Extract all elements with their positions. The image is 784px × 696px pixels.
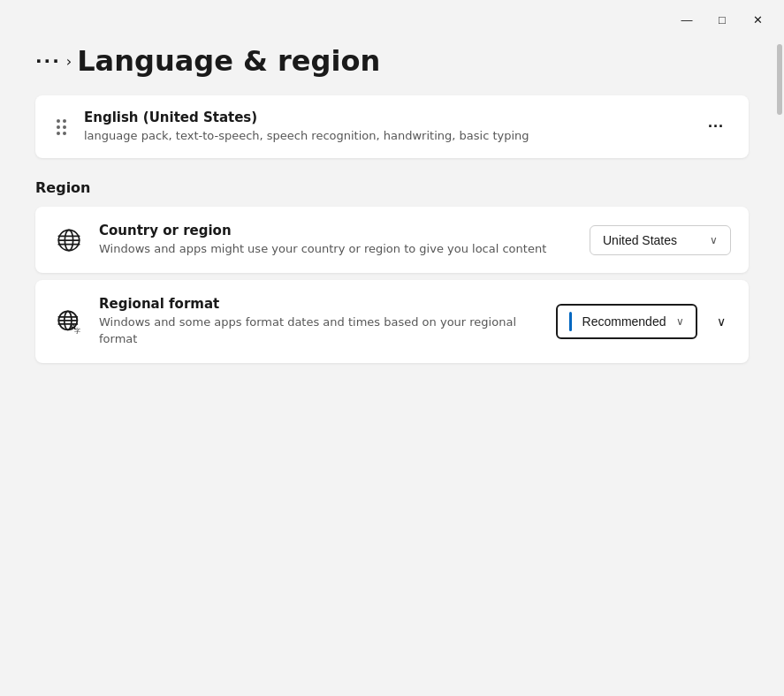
language-more-button[interactable]: ··· — [701, 112, 731, 141]
regional-format-description: Windows and some apps format dates and t… — [99, 314, 542, 346]
language-card: English (United States) language pack, t… — [35, 95, 749, 158]
maximize-button[interactable]: □ — [706, 7, 738, 32]
country-region-label: Country or region — [99, 223, 575, 238]
regional-format-expand-button[interactable]: ∨ — [712, 309, 731, 334]
page-title: Language & region — [77, 44, 380, 78]
country-region-info: Country or region Windows and apps might… — [99, 223, 575, 257]
content-area: ··· › Language & region English (United … — [0, 35, 784, 696]
regional-format-icon: A 字 — [53, 306, 85, 337]
breadcrumb-dots[interactable]: ··· — [35, 50, 61, 72]
chevron-down-icon: ∨ — [710, 234, 718, 246]
regional-format-info: Regional format Windows and some apps fo… — [99, 296, 542, 346]
country-region-description: Windows and apps might use your country … — [99, 241, 575, 257]
drag-handle[interactable] — [53, 116, 70, 139]
language-features: language pack, text-to-speech, speech re… — [84, 128, 687, 144]
country-region-value: United States — [603, 233, 677, 247]
title-bar-controls: — □ ✕ — [671, 7, 773, 32]
svg-text:字: 字 — [74, 328, 80, 334]
country-region-dropdown[interactable]: United States ∨ — [590, 225, 731, 255]
regional-format-dropdown[interactable]: Recommended ∨ — [556, 304, 697, 339]
regional-format-label: Regional format — [99, 296, 542, 312]
language-info: English (United States) language pack, t… — [84, 110, 687, 144]
minimize-button[interactable]: — — [671, 7, 703, 32]
scrollbar[interactable] — [775, 35, 782, 696]
regional-format-value: Recommended — [582, 314, 666, 329]
chevron-right-icon: ∨ — [717, 314, 726, 329]
title-bar: — □ ✕ — [0, 0, 784, 35]
country-region-card: Country or region Windows and apps might… — [35, 207, 749, 273]
breadcrumb-chevron: › — [66, 53, 72, 70]
regional-format-card: A 字 Regional format Windows and some app… — [35, 280, 749, 362]
breadcrumb: ··· › Language & region — [35, 44, 749, 78]
blue-accent-bar — [569, 312, 572, 331]
region-section-title: Region — [35, 179, 749, 196]
window: — □ ✕ ··· › Language & region — [0, 0, 784, 696]
close-button[interactable]: ✕ — [742, 7, 773, 32]
chevron-down-icon: ∨ — [676, 315, 684, 328]
scrollbar-thumb[interactable] — [777, 44, 782, 115]
globe-icon — [53, 224, 85, 256]
language-name: English (United States) — [84, 110, 687, 125]
